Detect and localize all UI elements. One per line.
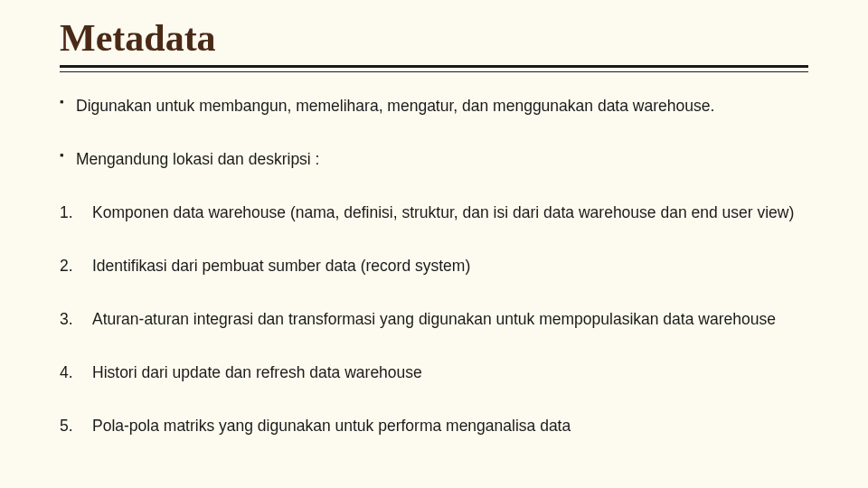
numbered-item: Pola-pola matriks yang digunakan untuk p… (60, 410, 808, 442)
bullet-item: Mengandung lokasi dan deskripsi : (60, 144, 808, 175)
numbered-item: Komponen data warehouse (nama, definisi,… (60, 197, 808, 229)
numbered-item: Histori dari update dan refresh data war… (60, 357, 808, 389)
slide-title: Metadata (60, 16, 808, 60)
title-rule-thick (60, 65, 808, 68)
slide: Metadata Digunakan untuk membangun, meme… (0, 0, 868, 488)
title-rule-thin (60, 71, 808, 72)
bullet-item: Digunakan untuk membangun, memelihara, m… (60, 90, 808, 122)
slide-content: Digunakan untuk membangun, memelihara, m… (60, 90, 808, 442)
bullet-list: Digunakan untuk membangun, memelihara, m… (60, 90, 808, 175)
numbered-list: Komponen data warehouse (nama, definisi,… (60, 197, 808, 442)
numbered-item: Identifikasi dari pembuat sumber data (r… (60, 250, 808, 282)
numbered-item: Aturan-aturan integrasi dan transformasi… (60, 304, 808, 335)
